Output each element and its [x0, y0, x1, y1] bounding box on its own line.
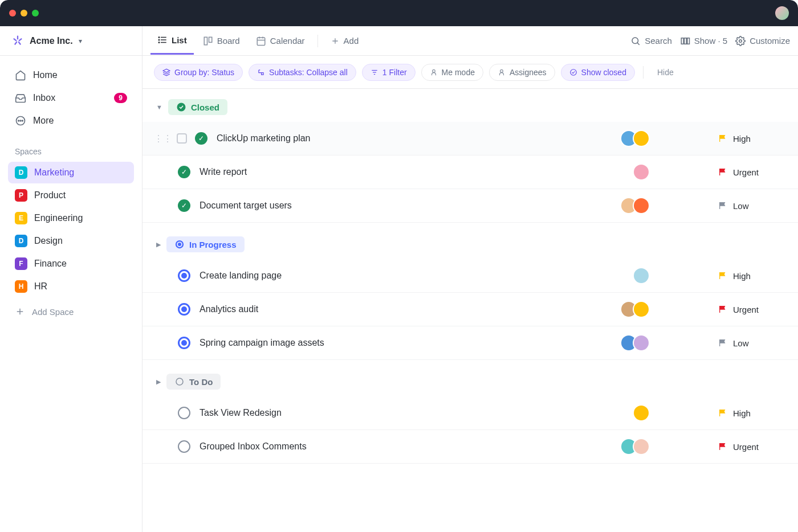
nav-home[interactable]: Home [8, 64, 134, 87]
status-dot-icon[interactable] [178, 440, 190, 453]
gear-icon [735, 36, 746, 46]
assignee-avatars[interactable] [620, 197, 650, 214]
nav-inbox[interactable]: Inbox 9 [8, 87, 134, 109]
assignee-avatars[interactable] [620, 301, 650, 318]
group-header-closed[interactable]: ▼ Closed [142, 99, 798, 122]
filter-pill[interactable]: 1 Filter [362, 64, 416, 81]
status-dot-icon[interactable]: ✓ [178, 166, 190, 178]
tab-add-view[interactable]: Add [324, 28, 366, 54]
assignees-pill[interactable]: Assignees [489, 64, 555, 81]
drag-handle-icon[interactable]: ⋮⋮ [154, 133, 172, 144]
priority-cell[interactable]: Urgent [718, 442, 787, 452]
filters-bar: Group by: Status Subtasks: Collapse all … [142, 56, 798, 89]
assignee-avatars[interactable] [620, 334, 650, 351]
add-space-button[interactable]: Add Space [8, 301, 134, 322]
priority-cell[interactable]: High [718, 271, 787, 281]
assignee-avatars[interactable] [633, 404, 650, 421]
space-item-engineering[interactable]: EEngineering [8, 207, 134, 229]
task-checkbox[interactable] [177, 133, 187, 144]
group-header-todo[interactable]: ▶ To Do [142, 374, 798, 396]
nav-label: Inbox [33, 93, 55, 103]
svg-point-30 [178, 243, 181, 246]
status-dot-icon[interactable] [178, 337, 190, 349]
board-icon [203, 36, 213, 46]
space-label: Product [34, 190, 66, 200]
task-row[interactable]: Create landing page High [142, 259, 798, 293]
group-header-in-progress[interactable]: ▶ In Progress [142, 236, 798, 259]
customize-button[interactable]: Customize [735, 36, 790, 46]
priority-cell[interactable]: High [718, 408, 787, 418]
close-window-icon[interactable] [9, 10, 16, 17]
hide-filters-button[interactable]: Hide [657, 68, 674, 77]
avatar [633, 197, 650, 214]
user-avatar[interactable] [775, 6, 789, 20]
task-name: Spring campaign image assets [199, 338, 620, 348]
layers-icon [162, 68, 170, 76]
priority-label: High [733, 271, 751, 281]
task-row[interactable]: Analytics audit Urgent [142, 293, 798, 326]
plus-icon [331, 36, 340, 46]
main-content: List Board Calendar Add Search [142, 26, 798, 532]
status-dot-icon[interactable] [178, 303, 190, 316]
space-item-finance[interactable]: FFinance [8, 253, 134, 275]
task-name: Analytics audit [199, 304, 620, 314]
task-row[interactable]: Spring campaign image assets Low [142, 326, 798, 360]
subtasks-pill[interactable]: Subtasks: Collapse all [249, 64, 356, 81]
action-label: Show · 5 [694, 36, 727, 46]
status-dot-icon[interactable]: ✓ [178, 199, 190, 212]
priority-cell[interactable]: Urgent [718, 167, 787, 177]
svg-point-27 [570, 69, 576, 75]
flag-icon [718, 167, 727, 177]
tab-list[interactable]: List [150, 27, 194, 55]
sidebar: Acme Inc. ▾ Home Inbox 9 More Spaces DMa… [0, 26, 142, 532]
task-name: Grouped Inbox Comments [199, 441, 620, 452]
me-mode-pill[interactable]: Me mode [421, 64, 483, 81]
pill-label: Subtasks: Collapse all [269, 68, 348, 77]
status-dot-icon[interactable] [178, 269, 190, 282]
status-dot-icon[interactable] [178, 407, 190, 419]
avatar [633, 267, 650, 284]
assignee-avatars[interactable] [633, 163, 650, 181]
avatar [633, 438, 650, 455]
show-columns-button[interactable]: Show · 5 [680, 36, 727, 46]
search-icon [630, 36, 641, 46]
assignee-avatars[interactable] [620, 130, 650, 147]
space-item-product[interactable]: PProduct [8, 185, 134, 206]
space-item-marketing[interactable]: DMarketing [8, 162, 134, 183]
columns-icon [680, 36, 690, 46]
priority-cell[interactable]: Low [718, 201, 787, 211]
space-item-design[interactable]: DDesign [8, 230, 134, 252]
priority-cell[interactable]: Urgent [718, 305, 787, 314]
show-closed-pill[interactable]: Show closed [561, 64, 635, 81]
search-button[interactable]: Search [630, 36, 672, 46]
flag-icon [718, 134, 727, 143]
svg-point-25 [432, 69, 435, 72]
space-item-hr[interactable]: HHR [8, 276, 134, 297]
tab-board[interactable]: Board [196, 28, 247, 54]
caret-icon[interactable]: ▶ [156, 378, 161, 386]
divider [643, 66, 644, 79]
action-label: Search [645, 36, 672, 46]
tab-calendar[interactable]: Calendar [249, 28, 312, 54]
task-row[interactable]: ⋮⋮✓ ClickUp marketing plan High [142, 122, 798, 155]
svg-point-3 [22, 120, 23, 121]
workspace-switcher[interactable]: Acme Inc. ▾ [0, 26, 142, 56]
avatar [633, 301, 650, 318]
svg-rect-10 [204, 37, 207, 45]
assignee-avatars[interactable] [620, 438, 650, 455]
task-row[interactable]: Grouped Inbox Comments Urgent [142, 430, 798, 464]
priority-cell[interactable]: Low [718, 338, 787, 348]
priority-cell[interactable]: High [718, 134, 787, 144]
status-dot-icon[interactable]: ✓ [195, 132, 207, 145]
task-row[interactable]: Task View Redesign High [142, 396, 798, 430]
maximize-window-icon[interactable] [32, 10, 39, 17]
caret-icon[interactable]: ▼ [156, 104, 162, 111]
caret-icon[interactable]: ▶ [156, 241, 161, 248]
assignee-avatars[interactable] [633, 267, 650, 284]
task-row[interactable]: ✓ Document target users Low [142, 189, 798, 223]
nav-more[interactable]: More [8, 109, 134, 132]
task-row[interactable]: ✓ Write report Urgent [142, 155, 798, 189]
minimize-window-icon[interactable] [21, 10, 27, 17]
svg-point-20 [739, 39, 742, 42]
group-by-pill[interactable]: Group by: Status [154, 64, 243, 81]
